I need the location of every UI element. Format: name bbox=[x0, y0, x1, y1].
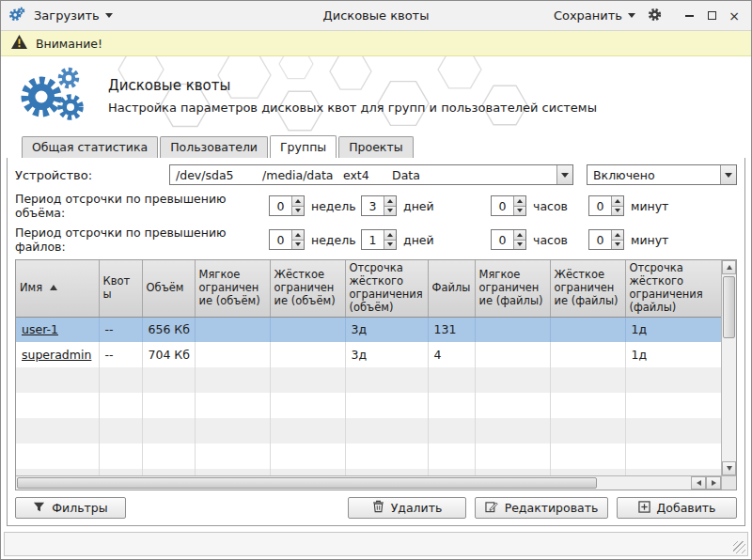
row-name-link[interactable]: user-1 bbox=[22, 322, 58, 336]
close-button[interactable]: × bbox=[725, 8, 744, 24]
scroll-right-button[interactable] bbox=[706, 476, 721, 490]
scroll-up-button[interactable] bbox=[722, 260, 736, 274]
spin-down-button[interactable] bbox=[384, 207, 396, 216]
delete-button[interactable]: Удалить bbox=[348, 497, 466, 519]
column-header-volume[interactable]: Объём bbox=[142, 260, 195, 317]
edit-button-label: Редактировать bbox=[505, 501, 599, 515]
grace-files-row: Период отсрочки по превышению файлов: 0 … bbox=[15, 226, 737, 254]
spin-up-button[interactable] bbox=[514, 196, 525, 207]
column-header-quotas[interactable]: Квоты bbox=[99, 260, 142, 317]
triangle-up-icon bbox=[517, 199, 523, 203]
save-menu-label: Сохранить bbox=[554, 8, 622, 23]
spin-up-button[interactable] bbox=[612, 230, 623, 241]
tab-users[interactable]: Пользователи bbox=[160, 136, 268, 158]
spin-down-button[interactable] bbox=[612, 241, 623, 250]
empty-table-row[interactable] bbox=[16, 367, 721, 393]
add-button[interactable]: Добавить bbox=[617, 497, 737, 519]
tab-general-stats[interactable]: Общая статистика bbox=[22, 136, 158, 158]
column-header-files[interactable]: Файлы bbox=[428, 260, 475, 317]
vertical-scroll-track[interactable] bbox=[722, 274, 736, 461]
warning-icon bbox=[10, 34, 28, 53]
horizontal-scrollbar[interactable] bbox=[16, 475, 736, 490]
trash-icon bbox=[372, 500, 384, 516]
quota-table-area: Имя Квоты Объём Мягкое ограничение (объё… bbox=[15, 259, 737, 490]
edit-button[interactable]: Редактировать bbox=[475, 497, 608, 519]
grace-volume-hours-spinbox[interactable]: 0 bbox=[491, 195, 526, 216]
maximize-button[interactable] bbox=[702, 8, 721, 24]
empty-table-row[interactable] bbox=[16, 469, 721, 475]
spin-up-button[interactable] bbox=[292, 196, 304, 207]
resize-grip[interactable] bbox=[733, 541, 745, 553]
quota-status-select[interactable]: Включено bbox=[587, 164, 737, 185]
table-row-user-1[interactable]: user-1 -- 656 Кб 3д 131 1д bbox=[16, 317, 721, 342]
column-header-grace-files[interactable]: Отсрочка жёсткого ограничения (файлы) bbox=[625, 260, 721, 317]
spin-value: 0 bbox=[589, 196, 611, 215]
triangle-down-icon bbox=[387, 242, 393, 246]
cell-quotas: -- bbox=[99, 317, 142, 342]
quota-status-arrow[interactable] bbox=[720, 165, 736, 184]
triangle-up-icon bbox=[387, 199, 393, 203]
save-menu-button[interactable]: Сохранить bbox=[554, 8, 635, 23]
device-select-arrow[interactable] bbox=[556, 165, 572, 184]
load-menu-label: Загрузить bbox=[34, 8, 100, 23]
warning-text: Внимание! bbox=[36, 37, 102, 51]
load-menu-button[interactable]: Загрузить bbox=[34, 8, 113, 23]
grace-files-minutes-spinbox[interactable]: 0 bbox=[588, 229, 624, 250]
triangle-down-icon bbox=[727, 466, 732, 471]
filter-funnel-icon bbox=[33, 501, 45, 516]
filters-button[interactable]: Фильтры bbox=[15, 497, 126, 519]
triangle-down-icon bbox=[517, 209, 523, 212]
horizontal-scroll-thumb[interactable] bbox=[17, 477, 597, 489]
spin-up-button[interactable] bbox=[612, 196, 623, 207]
scroll-down-button[interactable] bbox=[722, 461, 736, 475]
spin-up-button[interactable] bbox=[384, 196, 396, 207]
grace-files-weeks-spinbox[interactable]: 0 bbox=[269, 229, 305, 250]
spin-down-button[interactable] bbox=[292, 241, 304, 250]
spin-up-button[interactable] bbox=[514, 230, 525, 241]
grace-volume-minutes-spinbox[interactable]: 0 bbox=[588, 195, 624, 216]
empty-table-row[interactable] bbox=[16, 393, 721, 418]
spin-down-button[interactable] bbox=[514, 207, 525, 216]
empty-table-row[interactable] bbox=[16, 443, 721, 469]
minimize-button[interactable] bbox=[680, 8, 698, 24]
tab-groups[interactable]: Группы bbox=[270, 135, 337, 158]
spin-value: 0 bbox=[270, 230, 291, 249]
chevron-down-icon bbox=[725, 173, 732, 178]
spin-up-button[interactable] bbox=[384, 230, 396, 241]
page-header: Дисковые квоты Настройка параметров диск… bbox=[1, 56, 751, 135]
tab-projects[interactable]: Проекты bbox=[338, 136, 413, 158]
spin-down-button[interactable] bbox=[514, 241, 525, 250]
spin-down-button[interactable] bbox=[384, 241, 396, 250]
column-header-soft-limit-files[interactable]: Мягкое ограничение (файлы) bbox=[475, 260, 550, 317]
vertical-scroll-thumb[interactable] bbox=[723, 276, 735, 338]
column-header-hard-limit-files[interactable]: Жёсткое ограничение (файлы) bbox=[550, 260, 625, 317]
add-button-label: Добавить bbox=[657, 501, 716, 515]
column-header-hard-limit-volume[interactable]: Жёсткое ограничение (объём) bbox=[270, 260, 345, 317]
settings-gear-icon[interactable] bbox=[647, 7, 663, 25]
grace-volume-weeks-spinbox[interactable]: 0 bbox=[269, 195, 305, 216]
row-name-link[interactable]: superadmin bbox=[22, 348, 91, 362]
chevron-down-icon bbox=[561, 173, 569, 178]
table-row-superadmin[interactable]: superadmin -- 704 Кб 3д 4 1д bbox=[16, 342, 721, 367]
grace-volume-days-spinbox[interactable]: 3 bbox=[361, 195, 397, 216]
triangle-up-icon bbox=[295, 199, 301, 203]
column-header-name[interactable]: Имя bbox=[16, 260, 99, 317]
spin-up-button[interactable] bbox=[292, 230, 304, 241]
spin-down-button[interactable] bbox=[612, 207, 623, 216]
scroll-left-button[interactable] bbox=[691, 476, 706, 490]
empty-table-row[interactable] bbox=[16, 418, 721, 443]
groups-panel: Устройство: /dev/sda5 /media/data ext4 D… bbox=[7, 157, 745, 526]
grace-files-days-spinbox[interactable]: 1 bbox=[361, 229, 397, 250]
column-header-grace-volume[interactable]: Отсрочка жёсткого ограничения (объём) bbox=[345, 260, 428, 317]
unit-label: минут bbox=[624, 199, 737, 213]
titlebar: Загрузить Дисковые квоты Сохранить × bbox=[1, 1, 751, 31]
vertical-scrollbar[interactable] bbox=[721, 260, 736, 475]
horizontal-scroll-track[interactable] bbox=[16, 476, 691, 490]
cell-quotas: -- bbox=[99, 342, 142, 367]
device-select[interactable]: /dev/sda5 /media/data ext4 Data bbox=[169, 164, 573, 185]
grace-files-hours-spinbox[interactable]: 0 bbox=[491, 229, 526, 250]
triangle-up-icon bbox=[615, 199, 620, 203]
spin-down-button[interactable] bbox=[292, 207, 304, 216]
column-header-soft-limit-volume[interactable]: Мягкое ограничение (объём) bbox=[195, 260, 270, 317]
triangle-down-icon bbox=[295, 209, 301, 212]
